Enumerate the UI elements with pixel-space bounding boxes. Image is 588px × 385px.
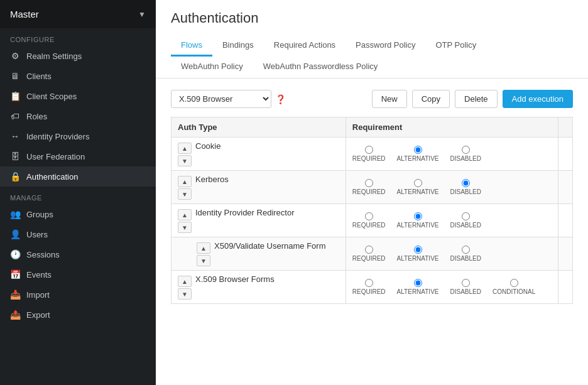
sidebar-item-label: Sessions [26,250,60,259]
tab-otp-policy[interactable]: OTP Policy [425,35,486,57]
row-down-button[interactable]: ▼ [178,188,192,200]
radio-item: CONDITIONAL [493,279,535,295]
settings-icon: ⚙ [10,51,20,61]
sidebar-item-export[interactable]: 📤 Export [0,305,156,325]
table-row: ▲▼Identity Provider RedirectorREQUIREDAL… [172,204,573,237]
radio-label: ALTERNATIVE [397,288,439,295]
requirement-cell: REQUIREDALTERNATIVEDISABLED [346,171,558,204]
radio-disabled[interactable] [462,279,470,287]
actions-cell [558,271,573,304]
sessions-icon: 🕐 [10,249,20,259]
sidebar-item-roles[interactable]: 🏷 Roles [0,106,156,126]
auth-name: X.509 Browser Forms [195,274,275,284]
auth-name: Cookie [195,141,220,151]
groups-icon: 👥 [10,209,20,219]
realm-selector[interactable]: Master ▼ [0,0,156,28]
radio-required[interactable] [365,179,373,187]
tabs-row1: Flows Bindings Required Actions Password… [171,35,573,57]
radio-label: REQUIRED [352,188,386,195]
radio-conditional[interactable] [510,279,518,287]
row-controls: ▲▼ [178,176,192,200]
sidebar-item-realm-settings[interactable]: ⚙ Realm Settings [0,46,156,66]
sidebar-item-sessions[interactable]: 🕐 Sessions [0,244,156,264]
auth-table: Auth Type Requirement ▲▼CookieREQUIREDAL… [171,117,573,304]
row-down-button[interactable]: ▼ [178,222,192,233]
radio-alternative[interactable] [414,246,422,254]
radio-alternative[interactable] [414,279,422,287]
tab-flows[interactable]: Flows [171,35,212,57]
radio-disabled[interactable] [462,179,470,187]
tab-required-actions[interactable]: Required Actions [264,35,346,57]
radio-required[interactable] [365,279,373,287]
sidebar-item-authentication[interactable]: 🔒 Authentication [0,166,156,187]
radio-disabled[interactable] [462,212,470,220]
page-header: Authentication Flows Bindings Required A… [156,0,588,79]
radio-item: DISABLED [450,179,481,195]
radio-label: ALTERNATIVE [397,255,439,262]
row-controls: ▲▼ [178,276,192,300]
row-up-button[interactable]: ▲ [178,276,192,287]
client-scopes-icon: 📋 [10,91,20,101]
sidebar-item-events[interactable]: 📅 Events [0,264,156,285]
row-up-button[interactable]: ▲ [178,209,192,220]
actions-cell [558,138,573,171]
help-icon[interactable]: ❓ [275,94,286,104]
actions-cell [558,171,573,204]
row-down-button[interactable]: ▼ [197,255,210,266]
sidebar-item-import[interactable]: 📥 Import [0,285,156,305]
row-up-button[interactable]: ▲ [178,176,192,187]
sidebar-item-client-scopes[interactable]: 📋 Client Scopes [0,86,156,106]
row-up-button[interactable]: ▲ [197,242,210,254]
sidebar-item-label: Clients [26,72,52,81]
new-button[interactable]: New [372,90,407,108]
row-controls: ▲▼ [197,242,210,266]
sidebar-item-label: Client Scopes [26,92,77,101]
sidebar-item-clients[interactable]: 🖥 Clients [0,66,156,86]
radio-required[interactable] [365,246,373,254]
delete-button[interactable]: Delete [455,90,498,108]
radio-disabled[interactable] [462,146,470,154]
lock-icon: 🔒 [10,171,20,182]
radio-label: DISABLED [450,222,481,229]
actions-cell [558,204,573,237]
tab-webauthn-passwordless-policy[interactable]: WebAuthn Passwordless Policy [253,57,388,78]
radio-alternative[interactable] [414,179,422,187]
radio-alternative[interactable] [414,212,422,220]
row-down-button[interactable]: ▼ [178,288,192,300]
tab-webauthn-policy[interactable]: WebAuthn Policy [171,57,253,78]
sidebar-item-users[interactable]: 👤 Users [0,224,156,244]
radio-item: REQUIRED [352,212,386,229]
requirement-cell: REQUIREDALTERNATIVEDISABLEDCONDITIONAL [346,271,558,304]
col-actions [558,117,573,138]
sidebar-item-label: Identity Providers [26,132,89,141]
sidebar-item-identity-providers[interactable]: ↔ Identity Providers [0,126,156,146]
requirement-cell: REQUIREDALTERNATIVEDISABLED [346,204,558,237]
tab-password-policy[interactable]: Password Policy [346,35,425,57]
radio-item: DISABLED [450,146,481,162]
realm-name: Master [10,9,39,19]
sidebar-item-label: Groups [26,210,53,219]
sidebar-item-groups[interactable]: 👥 Groups [0,204,156,224]
flow-select[interactable]: X.509 Browser browser direct grant regis… [171,90,271,108]
radio-required[interactable] [365,146,373,154]
radio-label: ALTERNATIVE [397,222,439,229]
row-down-button[interactable]: ▼ [178,155,192,166]
radio-item: DISABLED [450,246,481,262]
sidebar-item-label: Import [26,290,50,300]
tabs-row2: WebAuthn Policy WebAuthn Passwordless Po… [171,57,573,78]
auth-type-cell: ▲▼X509/Validate Username Form [172,237,346,271]
identity-providers-icon: ↔ [10,131,20,141]
radio-disabled[interactable] [462,246,470,254]
events-icon: 📅 [10,269,20,279]
sidebar-item-user-federation[interactable]: 🗄 User Federation [0,146,156,166]
radio-alternative[interactable] [414,146,422,154]
add-execution-button[interactable]: Add execution [503,90,573,108]
auth-type-cell: ▲▼Identity Provider Redirector [172,204,346,237]
auth-type-cell: ▲▼X.509 Browser Forms [172,271,346,304]
copy-button[interactable]: Copy [412,90,450,108]
row-up-button[interactable]: ▲ [178,143,192,154]
export-icon: 📤 [10,310,20,320]
row-controls: ▲▼ [178,143,192,166]
radio-required[interactable] [365,212,373,220]
tab-bindings[interactable]: Bindings [212,35,264,57]
